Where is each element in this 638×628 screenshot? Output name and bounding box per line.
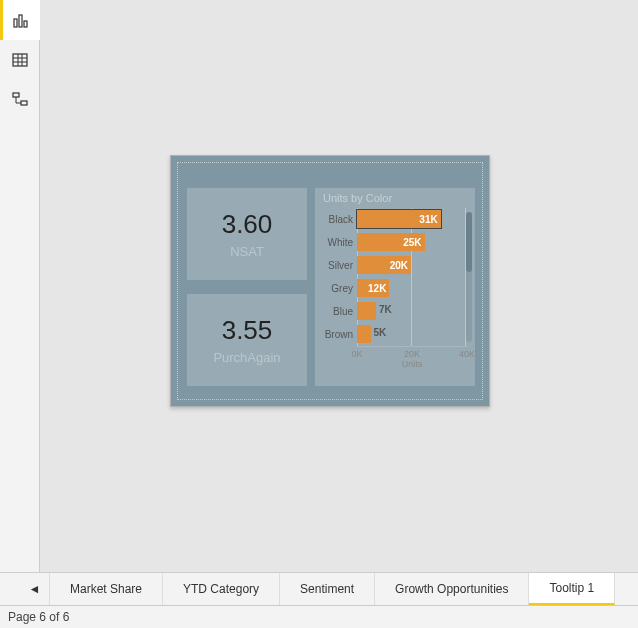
- tick-label: 40K: [459, 349, 475, 359]
- svg-rect-3: [13, 54, 27, 66]
- svg-rect-0: [14, 19, 17, 27]
- card-value: 3.60: [222, 209, 273, 240]
- card-purchagain[interactable]: 3.55 PurchAgain: [187, 294, 307, 386]
- page-tab-bar: ◄ ► Market ShareYTD CategorySentimentGro…: [0, 572, 638, 605]
- x-axis: 0K 20K 40K Units: [357, 346, 467, 368]
- bar-track: 7K: [357, 302, 467, 320]
- bar-category-label: Blue: [323, 306, 357, 317]
- page-tab[interactable]: Growth Opportunities: [375, 573, 529, 605]
- bar-category-label: White: [323, 237, 357, 248]
- bar-fill[interactable]: 20K: [357, 256, 411, 274]
- bar-fill[interactable]: 5K: [357, 325, 371, 343]
- bar-row[interactable]: Grey12K: [323, 277, 467, 299]
- svg-rect-2: [24, 21, 27, 27]
- table-icon: [11, 51, 29, 69]
- bar-track: 5K: [357, 325, 467, 343]
- bar-row[interactable]: Silver20K: [323, 254, 467, 276]
- prev-tab-button[interactable]: ◄: [29, 582, 41, 596]
- bar-category-label: Silver: [323, 260, 357, 271]
- model-view-button[interactable]: [0, 80, 40, 120]
- bar-fill[interactable]: 25K: [357, 233, 425, 251]
- card-nsat[interactable]: 3.60 NSAT: [187, 188, 307, 280]
- bar-category-label: Grey: [323, 283, 357, 294]
- bar-row[interactable]: Black31K: [323, 208, 467, 230]
- tick-label: 20K: [404, 349, 420, 359]
- card-label: PurchAgain: [213, 350, 280, 365]
- tab-nav-arrows: ◄ ►: [0, 573, 50, 605]
- bar-value-label: 7K: [379, 304, 392, 315]
- bar-value-label: 5K: [374, 327, 387, 338]
- svg-rect-8: [13, 93, 19, 97]
- report-canvas[interactable]: 3.60 NSAT 3.55 PurchAgain Units by Color…: [40, 0, 638, 572]
- chart-scrollbar[interactable]: [466, 212, 472, 342]
- bar-category-label: Brown: [323, 329, 357, 340]
- card-label: NSAT: [230, 244, 264, 259]
- svg-rect-1: [19, 15, 22, 27]
- view-rail: [0, 0, 40, 572]
- page-tab[interactable]: Tooltip 1: [529, 573, 615, 605]
- cards-column: 3.60 NSAT 3.55 PurchAgain: [187, 188, 307, 386]
- tick-label: 0K: [351, 349, 362, 359]
- bar-fill[interactable]: 12K: [357, 279, 389, 297]
- bar-row[interactable]: Brown5K: [323, 323, 467, 345]
- report-view-button[interactable]: [0, 0, 40, 40]
- bar-track: 20K: [357, 256, 467, 274]
- bar-row[interactable]: White25K: [323, 231, 467, 253]
- page-tab[interactable]: Market Share: [50, 573, 163, 605]
- status-bar: Page 6 of 6: [0, 605, 638, 628]
- chart-plot-area: Black31KWhite25KSilver20KGrey12KBlue7KBr…: [323, 208, 467, 346]
- page-tab[interactable]: Sentiment: [280, 573, 375, 605]
- card-value: 3.55: [222, 315, 273, 346]
- bar-track: 31K: [357, 210, 467, 228]
- axis-label: Units: [402, 359, 423, 369]
- page-tab[interactable]: YTD Category: [163, 573, 280, 605]
- bar-track: 12K: [357, 279, 467, 297]
- chart-title: Units by Color: [323, 192, 467, 204]
- tooltip-page-container[interactable]: 3.60 NSAT 3.55 PurchAgain Units by Color…: [170, 155, 490, 407]
- bar-chart-icon: [12, 11, 30, 29]
- scroll-thumb[interactable]: [466, 212, 472, 272]
- bar-fill[interactable]: 31K: [357, 210, 441, 228]
- data-view-button[interactable]: [0, 40, 40, 80]
- page-indicator: Page 6 of 6: [8, 610, 69, 624]
- bar-row[interactable]: Blue7K: [323, 300, 467, 322]
- svg-rect-9: [21, 101, 27, 105]
- bar-category-label: Black: [323, 214, 357, 225]
- units-by-color-chart[interactable]: Units by Color Black31KWhite25KSilver20K…: [315, 188, 475, 386]
- bar-track: 25K: [357, 233, 467, 251]
- bar-fill[interactable]: 7K: [357, 302, 376, 320]
- model-icon: [11, 91, 29, 109]
